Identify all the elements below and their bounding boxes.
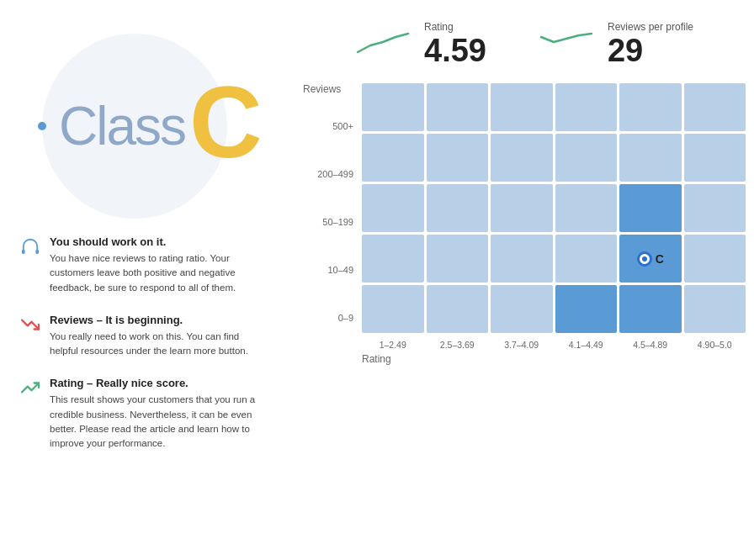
cell-r4-c4: [619, 285, 682, 333]
cell-r3-c5: [684, 235, 746, 283]
svg-rect-0: [22, 250, 25, 255]
grid-and-x: C 1–2.49 2.5–3.69 3.7–4.09: [362, 83, 746, 367]
rating-values: Rating 4.59: [424, 21, 486, 66]
feedback-content-score: Rating – Really nice score. This result …: [50, 377, 268, 451]
x-label-1: 2.5–3.69: [427, 340, 489, 350]
x-label-2: 3.7–4.09: [491, 340, 553, 350]
metrics-row: Rating 4.59 Reviews per profile 29: [303, 21, 746, 66]
y-axis: Reviews 500+ 200–499 50–199 10–49 0–9: [303, 83, 362, 367]
reviews-sparkline: [537, 27, 596, 61]
reviews-number: 29: [608, 34, 693, 66]
x-axis: 1–2.49 2.5–3.69 3.7–4.09 4.1–4.49 4.5–4.…: [362, 340, 746, 350]
feedback-item-score: Rating – Really nice score. This result …: [21, 377, 286, 451]
cell-r2-c5: [684, 184, 746, 232]
metric-rating: Rating 4.59: [353, 21, 486, 66]
x-label-0: 1–2.49: [362, 340, 424, 350]
y-label-10: 10–49: [327, 246, 353, 293]
feedback-title-rating: You should work on it.: [50, 235, 268, 248]
grid: C: [362, 83, 746, 333]
logo-area: Class C: [34, 25, 269, 227]
cell-r2-c0: [362, 184, 424, 232]
feedback-item-rating: You should work on it. You have nice rev…: [21, 235, 286, 295]
cell-r2-c2: [491, 184, 553, 232]
class-letter: C: [189, 71, 261, 172]
cell-r3-c4-marker: C: [619, 235, 682, 283]
cell-r0-c3: [555, 83, 618, 131]
feedback-section: You should work on it. You have nice rev…: [17, 235, 286, 451]
position-marker: C: [637, 251, 664, 267]
y-label-0: 0–9: [338, 293, 353, 341]
reviews-label: Reviews per profile: [608, 21, 693, 33]
y-axis-title: Reviews: [303, 83, 341, 95]
cell-r4-c1: [427, 285, 489, 333]
marker-dot-inner: [642, 256, 647, 262]
cell-r3-c1: [427, 235, 489, 283]
cell-r1-c5: [684, 134, 746, 182]
cell-r4-c3: [555, 285, 618, 333]
feedback-item-reviews: Reviews – It is beginning. You really ne…: [21, 314, 286, 359]
cell-r1-c3: [555, 134, 618, 182]
feedback-title-score: Rating – Really nice score.: [50, 377, 268, 389]
class-word: Class: [59, 95, 185, 157]
right-panel: Rating 4.59 Reviews per profile 29 Revie…: [286, 17, 746, 543]
dot-indicator: [38, 122, 46, 130]
cell-r3-c2: [491, 235, 553, 283]
y-label-500: 500+: [332, 102, 353, 150]
feedback-desc-score: This result shows your customers that yo…: [50, 393, 268, 451]
feedback-content-rating: You should work on it. You have nice rev…: [50, 235, 268, 295]
rating-number: 4.59: [424, 34, 486, 66]
svg-rect-1: [35, 250, 39, 255]
rating-label: Rating: [424, 21, 486, 33]
cell-r4-c5: [684, 285, 746, 333]
reviews-values: Reviews per profile 29: [608, 21, 693, 66]
cell-r0-c0: [362, 83, 424, 131]
rating-sparkline: [353, 27, 412, 61]
marker-letter: C: [656, 252, 664, 266]
cell-r0-c1: [427, 83, 489, 131]
cell-r1-c0: [362, 134, 424, 182]
x-axis-title: Rating: [362, 353, 746, 365]
left-panel: Class C You should work on it. You have …: [17, 17, 286, 543]
trending-down-icon: [21, 315, 40, 334]
class-label: Class C: [59, 80, 261, 172]
feedback-title-reviews: Reviews – It is beginning.: [50, 314, 268, 326]
cell-r4-c2: [491, 285, 553, 333]
cell-r1-c2: [491, 134, 553, 182]
cell-r2-c1: [427, 184, 489, 232]
feedback-desc-rating: You have nice reviews to rating ratio. Y…: [50, 251, 268, 295]
x-label-3: 4.1–4.49: [555, 340, 618, 350]
marker-dot: [637, 251, 652, 267]
x-label-5: 4.90–5.0: [684, 340, 746, 350]
feedback-content-reviews: Reviews – It is beginning. You really ne…: [50, 314, 268, 359]
cell-r0-c4: [619, 83, 682, 131]
feedback-desc-reviews: You really need to work on this. You can…: [50, 330, 268, 359]
cell-r1-c1: [427, 134, 489, 182]
x-label-4: 4.5–4.89: [619, 340, 682, 350]
cell-r2-c3: [555, 184, 618, 232]
cell-r2-c4: [619, 184, 682, 232]
cell-r4-c0: [362, 285, 424, 333]
y-label-200: 200–499: [317, 150, 353, 198]
cell-r0-c2: [491, 83, 553, 131]
cell-r1-c4: [619, 134, 682, 182]
metric-reviews: Reviews per profile 29: [537, 21, 693, 66]
chart-section: Reviews 500+ 200–499 50–199 10–49 0–9: [303, 83, 746, 367]
headphone-icon: [21, 237, 40, 256]
page-container: Class C You should work on it. You have …: [0, 0, 754, 560]
trending-up-icon: [21, 378, 40, 397]
cell-r3-c3: [555, 235, 618, 283]
cell-r0-c5: [684, 83, 746, 131]
cell-r3-c0: [362, 235, 424, 283]
y-label-50: 50–199: [322, 198, 353, 246]
